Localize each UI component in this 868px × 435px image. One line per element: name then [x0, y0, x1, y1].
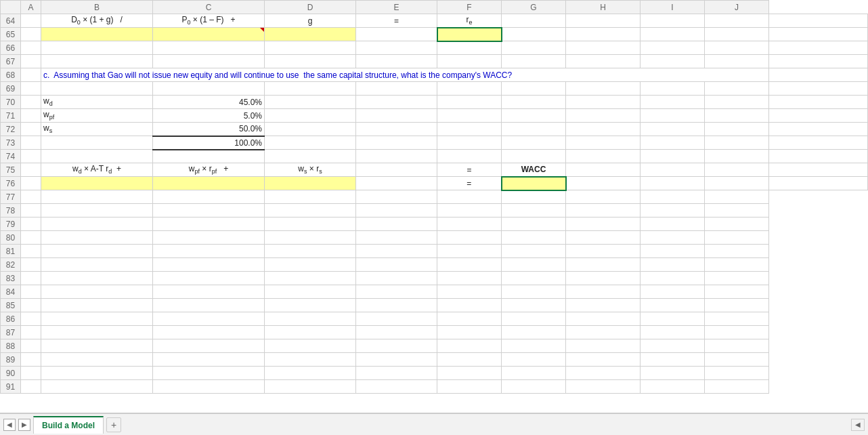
cell-j74[interactable] — [769, 150, 868, 163]
col-header-a[interactable]: A — [21, 1, 41, 14]
cell-g74[interactable] — [566, 150, 641, 163]
cell-e66[interactable] — [437, 41, 502, 55]
col-header-j[interactable]: J — [705, 1, 769, 14]
col-header-g[interactable]: G — [502, 1, 566, 14]
cell-h67[interactable] — [641, 55, 705, 68]
cell-e67[interactable] — [437, 55, 502, 68]
cell-c72[interactable]: 50.0% — [153, 123, 265, 136]
cell-j71[interactable] — [769, 109, 868, 123]
cell-f71[interactable] — [502, 109, 566, 123]
cell-f64[interactable] — [502, 14, 566, 28]
cell-b72[interactable]: ws — [41, 123, 153, 136]
cell-h66[interactable] — [641, 41, 705, 55]
nav-right-button[interactable]: ▶ — [18, 419, 30, 431]
cell-g64[interactable] — [566, 14, 641, 28]
cell-i66[interactable] — [705, 41, 769, 55]
cell-h74[interactable] — [641, 150, 705, 163]
cell-c65[interactable] — [153, 28, 265, 41]
cell-j72[interactable] — [769, 123, 868, 136]
cell-f72[interactable] — [502, 123, 566, 136]
cell-e75[interactable]: = — [437, 163, 502, 177]
cell-e73[interactable] — [437, 136, 502, 150]
cell-b74[interactable] — [41, 150, 153, 163]
cell-i67[interactable] — [705, 55, 769, 68]
cell-c66[interactable] — [153, 41, 265, 55]
cell-h72[interactable] — [641, 123, 705, 136]
cell-d69[interactable] — [265, 82, 356, 96]
cell-f66[interactable] — [502, 41, 566, 55]
cell-j73[interactable] — [769, 136, 868, 150]
col-header-i[interactable]: I — [641, 1, 705, 14]
cell-f67[interactable] — [502, 55, 566, 68]
cell-b69[interactable] — [41, 82, 153, 96]
cell-b66[interactable] — [41, 41, 153, 55]
cell-d65[interactable] — [265, 28, 356, 41]
cell-h75[interactable] — [641, 163, 705, 177]
cell-b76[interactable] — [41, 177, 153, 190]
cell-b67[interactable] — [41, 55, 153, 68]
cell-b71[interactable]: wpf — [41, 109, 153, 123]
cell-f73[interactable] — [502, 136, 566, 150]
cell-g72[interactable] — [566, 123, 641, 136]
cell-d74-2[interactable] — [356, 150, 437, 163]
cell-e76[interactable]: = — [437, 177, 502, 190]
col-header-h[interactable]: H — [566, 1, 641, 14]
cell-d67[interactable] — [265, 55, 356, 68]
cell-a76[interactable] — [21, 177, 41, 190]
cell-c70[interactable]: 45.0% — [153, 96, 265, 109]
cell-f70[interactable] — [502, 96, 566, 109]
cell-b70[interactable]: wd — [41, 96, 153, 109]
cell-a74[interactable] — [21, 150, 41, 163]
cell-d72-2[interactable] — [356, 123, 437, 136]
cell-g65[interactable] — [566, 28, 641, 41]
cell-c67[interactable] — [153, 55, 265, 68]
cell-c74[interactable] — [153, 150, 265, 163]
cell-d72[interactable] — [265, 123, 356, 136]
cell-i69[interactable] — [705, 82, 769, 96]
cell-e72[interactable] — [437, 123, 502, 136]
sheet-tab-build-a-model[interactable]: Build a Model — [33, 416, 104, 434]
cell-e70[interactable] — [437, 96, 502, 109]
cell-c76[interactable] — [153, 177, 265, 190]
cell-h65[interactable] — [641, 28, 705, 41]
cell-e64[interactable]: re — [437, 14, 502, 28]
cell-g69[interactable] — [566, 82, 641, 96]
cell-b64[interactable]: D0 × (1 + g) / — [41, 14, 153, 28]
cell-c73[interactable]: 100.0% — [153, 136, 265, 150]
cell-a66[interactable] — [21, 41, 41, 55]
cell-g70[interactable] — [566, 96, 641, 109]
col-header-f[interactable]: F — [437, 1, 502, 14]
cell-c75[interactable]: wpf × rpf + — [153, 163, 265, 177]
cell-d70[interactable] — [265, 96, 356, 109]
nav-left-button[interactable]: ◀ — [3, 419, 16, 431]
cell-i64[interactable] — [705, 14, 769, 28]
cell-h64[interactable] — [641, 14, 705, 28]
cell-j67[interactable] — [769, 55, 868, 68]
cell-e69[interactable] — [437, 82, 502, 96]
cell-a65[interactable] — [21, 28, 41, 41]
col-header-c[interactable]: C — [153, 1, 265, 14]
cell-d75[interactable]: ws × rs — [265, 163, 356, 177]
cell-j65[interactable] — [769, 28, 868, 41]
cell-b73[interactable] — [41, 136, 153, 150]
cell-a69[interactable] — [21, 82, 41, 96]
cell-g75[interactable] — [566, 163, 641, 177]
col-header-e[interactable]: E — [356, 1, 437, 14]
cell-i70[interactable] — [705, 96, 769, 109]
cell-j75[interactable] — [769, 163, 868, 177]
cell-a64[interactable] — [21, 14, 41, 28]
cell-i73[interactable] — [705, 136, 769, 150]
cell-c69[interactable] — [153, 82, 265, 96]
cell-i75[interactable] — [705, 163, 769, 177]
cell-g76[interactable] — [566, 177, 641, 190]
cell-i72[interactable] — [705, 123, 769, 136]
cell-d74[interactable] — [265, 150, 356, 163]
cell-i76[interactable] — [705, 177, 769, 190]
cell-j70[interactable] — [769, 96, 868, 109]
cell-h69[interactable] — [641, 82, 705, 96]
cell-h71[interactable] — [641, 109, 705, 123]
cell-g73[interactable] — [566, 136, 641, 150]
cell-a72[interactable] — [21, 123, 41, 136]
cell-e71[interactable] — [437, 109, 502, 123]
cell-d64[interactable]: g — [265, 14, 356, 28]
